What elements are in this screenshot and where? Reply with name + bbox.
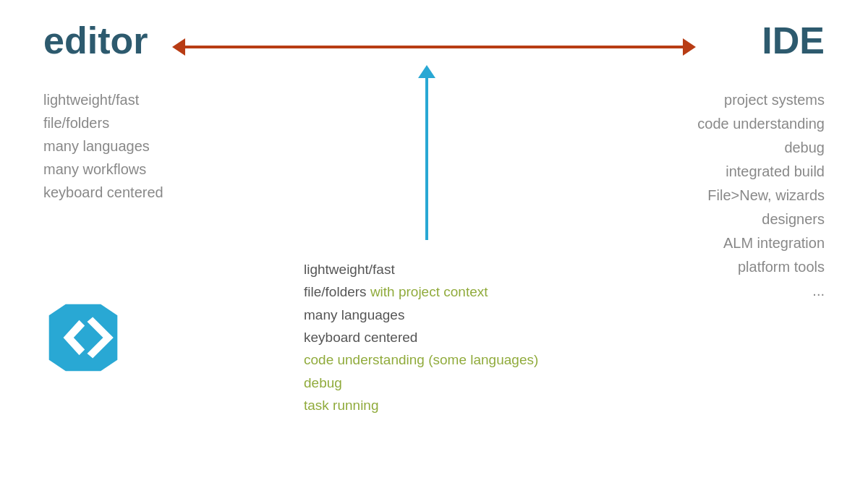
- vscode-icon: [43, 298, 123, 377]
- center-feat-1: lightweight/fast: [304, 258, 550, 281]
- left-column: lightweight/fast file/folders many langu…: [43, 74, 246, 475]
- center-features: lightweight/fast file/folders with proje…: [304, 247, 550, 416]
- center-feat-2-green: with project context: [370, 284, 488, 299]
- center-feat-4: keyboard centered: [304, 326, 550, 348]
- right-feat-6: designers: [608, 207, 825, 231]
- horizontal-arrow: [181, 36, 687, 58]
- left-feature-1: lightweight/fast: [43, 88, 246, 111]
- right-feat-7: ALM integration: [608, 231, 825, 255]
- left-feature-4: many workflows: [43, 158, 246, 181]
- right-feat-5: File>New, wizards: [608, 184, 825, 207]
- right-feat-8: platform tools: [608, 255, 825, 279]
- left-feature-5: keyboard centered: [43, 181, 246, 204]
- content-area: lightweight/fast file/folders many langu…: [0, 67, 868, 475]
- right-column: project systems code understanding debug…: [608, 74, 825, 475]
- right-feat-3: debug: [608, 136, 825, 160]
- center-feat-5: code understanding (some languages): [304, 348, 550, 371]
- left-feature-3: many languages: [43, 134, 246, 158]
- right-feat-9: ...: [608, 279, 825, 303]
- right-feat-4: integrated build: [608, 160, 825, 184]
- center-column: lightweight/fast file/folders with proje…: [246, 74, 608, 475]
- ide-label: IDE: [762, 22, 825, 59]
- vertical-arrow: [425, 74, 428, 247]
- v-arrow-line: [425, 74, 428, 240]
- h-arrow-line: [181, 46, 687, 48]
- center-feat-7: task running: [304, 394, 550, 416]
- center-feat-6: debug: [304, 372, 550, 394]
- main-container: editor IDE lightweight/fast file/folders…: [0, 0, 868, 488]
- right-feat-1: project systems: [608, 88, 825, 112]
- right-feat-2: code understanding: [608, 112, 825, 136]
- header-row: editor IDE: [0, 0, 868, 67]
- editor-label: editor: [43, 22, 148, 59]
- center-feat-2: file/folders with project context: [304, 281, 550, 303]
- left-feature-2: file/folders: [43, 111, 246, 134]
- vscode-logo-area: [43, 298, 246, 380]
- center-feat-3: many languages: [304, 304, 550, 326]
